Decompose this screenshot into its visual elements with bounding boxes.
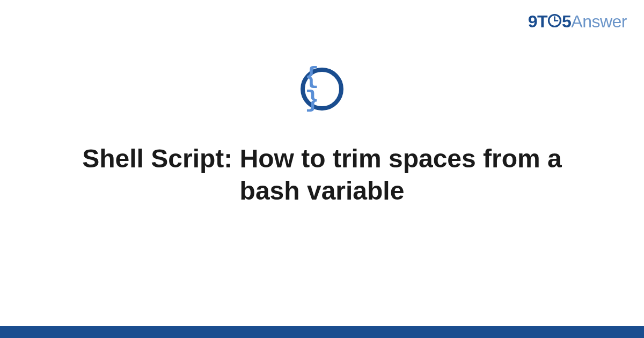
footer-bar xyxy=(0,326,644,338)
clock-icon xyxy=(547,13,562,28)
page-title: Shell Script: How to trim spaces from a … xyxy=(59,143,585,207)
logo-answer: Answer xyxy=(571,12,627,31)
main-content: { } Shell Script: How to trim spaces fro… xyxy=(0,68,644,207)
braces-glyph: { } xyxy=(305,65,339,112)
logo-t: T xyxy=(537,12,547,31)
logo-five: 5 xyxy=(562,12,571,31)
logo-nine: 9 xyxy=(528,12,537,31)
code-braces-icon: { } xyxy=(301,68,343,111)
site-logo: 9T5Answer xyxy=(528,12,627,32)
